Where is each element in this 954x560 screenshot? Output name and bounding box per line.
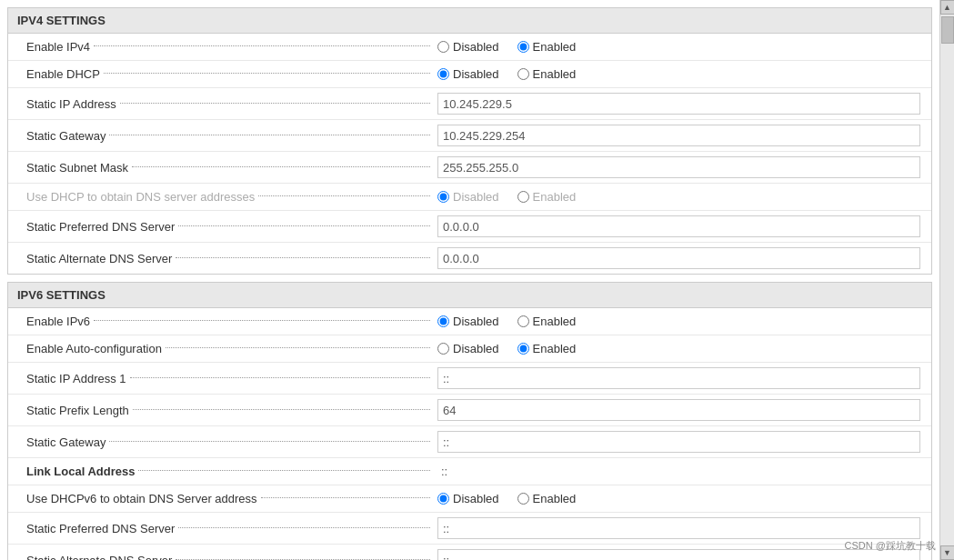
static-subnet-mask-control bbox=[434, 155, 931, 180]
enable-ipv6-label: Enable IPv6 bbox=[8, 315, 434, 328]
ipv6-static-gateway-control bbox=[434, 429, 931, 455]
ipv6-static-gateway-input[interactable] bbox=[437, 431, 920, 453]
use-dhcp-dns-disabled-radio[interactable] bbox=[437, 191, 449, 203]
ipv6-preferred-dns-row: Static Preferred DNS Server bbox=[8, 513, 931, 545]
enable-dhcp-label: Enable DHCP bbox=[8, 67, 434, 81]
use-dhcp-dns-disabled-option[interactable]: Disabled bbox=[437, 190, 499, 204]
static-alternate-dns-input[interactable] bbox=[437, 247, 920, 269]
enable-ipv4-row: Enable IPv4 Disabled Enabled bbox=[8, 34, 931, 61]
ipv6-static-ip-label: Static IP Address 1 bbox=[8, 372, 434, 385]
enable-autoconfig-disabled-option[interactable]: Disabled bbox=[437, 342, 499, 355]
ipv6-alternate-dns-input[interactable] bbox=[437, 549, 920, 560]
enable-ipv6-disabled-option[interactable]: Disabled bbox=[437, 315, 499, 328]
static-prefix-input[interactable] bbox=[437, 399, 920, 421]
enable-ipv4-enabled-option[interactable]: Enabled bbox=[517, 40, 577, 54]
static-ip-input[interactable] bbox=[437, 93, 920, 115]
scroll-up-arrow[interactable]: ▲ bbox=[940, 0, 955, 15]
enable-ipv4-label: Enable IPv4 bbox=[8, 40, 434, 54]
static-subnet-mask-label: Static Subnet Mask bbox=[8, 161, 434, 175]
enable-ipv6-radio-group: Disabled Enabled bbox=[437, 315, 594, 328]
enable-dhcp-disabled-option[interactable]: Disabled bbox=[437, 67, 499, 81]
static-prefix-control bbox=[434, 397, 931, 423]
link-local-address-label: Link Local Address bbox=[8, 465, 434, 478]
enable-dhcp-radio-group: Disabled Enabled bbox=[437, 67, 594, 81]
scroll-track[interactable] bbox=[940, 15, 954, 545]
enable-ipv4-enabled-radio[interactable] bbox=[517, 41, 529, 53]
ipv6-section: IPV6 SETTINGS Enable IPv6 Disabled bbox=[7, 282, 932, 560]
static-preferred-dns-row: Static Preferred DNS Server bbox=[8, 211, 931, 243]
static-subnet-mask-input[interactable] bbox=[437, 156, 920, 178]
enable-ipv4-disabled-option[interactable]: Disabled bbox=[437, 40, 499, 54]
use-dhcpv6-dns-control: Disabled Enabled bbox=[434, 490, 931, 507]
ipv6-static-gateway-row: Static Gateway bbox=[8, 426, 931, 458]
enable-dhcp-control: Disabled Enabled bbox=[434, 65, 931, 83]
enable-autoconfig-disabled-radio[interactable] bbox=[437, 343, 449, 355]
enable-autoconfig-radio-group: Disabled Enabled bbox=[437, 342, 594, 355]
static-gateway-control bbox=[434, 123, 931, 148]
use-dhcp-dns-control: Disabled Enabled bbox=[434, 188, 931, 205]
use-dhcpv6-dns-row: Use DHCPv6 to obtain DNS Server address … bbox=[8, 485, 931, 513]
scroll-thumb[interactable] bbox=[941, 16, 954, 44]
enable-autoconfig-enabled-radio[interactable] bbox=[517, 343, 529, 355]
enable-ipv4-control: Disabled Enabled bbox=[434, 38, 931, 55]
enable-autoconfig-control: Disabled Enabled bbox=[434, 340, 931, 357]
enable-ipv6-disabled-radio[interactable] bbox=[437, 315, 449, 327]
use-dhcp-dns-row: Use DHCP to obtain DNS server addresses … bbox=[8, 184, 931, 211]
enable-autoconfig-enabled-option[interactable]: Enabled bbox=[517, 342, 577, 355]
enable-ipv4-disabled-radio[interactable] bbox=[437, 41, 449, 53]
use-dhcpv6-dns-disabled-option[interactable]: Disabled bbox=[437, 492, 499, 505]
scroll-down-arrow[interactable]: ▼ bbox=[940, 545, 955, 560]
use-dhcp-dns-enabled-option[interactable]: Enabled bbox=[517, 190, 577, 204]
link-local-address-control: :: bbox=[434, 461, 931, 482]
ipv4-section: IPV4 SETTINGS Enable IPv4 Disabled bbox=[7, 7, 932, 275]
static-prefix-label: Static Prefix Length bbox=[8, 404, 434, 417]
static-alternate-dns-label: Static Alternate DNS Server bbox=[8, 252, 434, 265]
static-gateway-row: Static Gateway bbox=[8, 120, 931, 152]
scrollbar[interactable]: ▲ ▼ bbox=[939, 0, 954, 560]
ipv6-preferred-dns-input[interactable] bbox=[437, 517, 920, 539]
use-dhcpv6-dns-enabled-radio[interactable] bbox=[517, 493, 529, 505]
link-local-address-row: Link Local Address :: bbox=[8, 458, 931, 485]
enable-ipv6-row: Enable IPv6 Disabled Enabled bbox=[8, 308, 931, 335]
enable-ipv4-radio-group: Disabled Enabled bbox=[437, 40, 594, 54]
use-dhcpv6-dns-radio-group: Disabled Enabled bbox=[437, 492, 594, 505]
use-dhcp-dns-enabled-radio[interactable] bbox=[517, 191, 529, 203]
enable-autoconfig-label: Enable Auto-configuration bbox=[8, 342, 434, 355]
main-content[interactable]: IPV4 SETTINGS Enable IPv4 Disabled bbox=[0, 0, 939, 560]
ipv6-static-ip-input[interactable] bbox=[437, 367, 920, 389]
static-subnet-mask-row: Static Subnet Mask bbox=[8, 152, 931, 184]
ipv6-preferred-dns-label: Static Preferred DNS Server bbox=[8, 522, 434, 535]
static-preferred-dns-input[interactable] bbox=[437, 215, 920, 237]
static-ip-control bbox=[434, 91, 931, 116]
enable-ipv6-control: Disabled Enabled bbox=[434, 313, 931, 330]
link-local-address-value: :: bbox=[437, 463, 451, 480]
enable-dhcp-disabled-radio[interactable] bbox=[437, 68, 449, 80]
ipv6-static-ip-control bbox=[434, 365, 931, 391]
static-ip-label: Static IP Address bbox=[8, 97, 434, 111]
enable-dhcp-enabled-option[interactable]: Enabled bbox=[517, 67, 577, 81]
static-gateway-label: Static Gateway bbox=[8, 129, 434, 143]
static-alternate-dns-control bbox=[434, 245, 931, 271]
enable-ipv6-enabled-radio[interactable] bbox=[517, 315, 529, 327]
static-preferred-dns-control bbox=[434, 214, 931, 239]
use-dhcpv6-dns-label: Use DHCPv6 to obtain DNS Server address bbox=[8, 492, 434, 505]
static-gateway-input[interactable] bbox=[437, 125, 920, 146]
use-dhcpv6-dns-disabled-radio[interactable] bbox=[437, 493, 449, 505]
ipv6-alternate-dns-control bbox=[434, 547, 931, 560]
enable-ipv6-enabled-option[interactable]: Enabled bbox=[517, 315, 577, 328]
enable-dhcp-row: Enable DHCP Disabled Enabled bbox=[8, 61, 931, 88]
ipv6-section-header: IPV6 SETTINGS bbox=[8, 283, 931, 308]
use-dhcp-dns-label: Use DHCP to obtain DNS server addresses bbox=[8, 190, 434, 204]
ipv6-preferred-dns-control bbox=[434, 515, 931, 541]
ipv4-section-header: IPV4 SETTINGS bbox=[8, 8, 931, 34]
use-dhcp-dns-radio-group: Disabled Enabled bbox=[437, 190, 594, 204]
ipv6-alternate-dns-label: Static Alternate DNS Server bbox=[8, 554, 434, 561]
enable-dhcp-enabled-radio[interactable] bbox=[517, 68, 529, 80]
ipv6-alternate-dns-row: Static Alternate DNS Server bbox=[8, 545, 931, 560]
use-dhcpv6-dns-enabled-option[interactable]: Enabled bbox=[517, 492, 577, 505]
static-alternate-dns-row: Static Alternate DNS Server bbox=[8, 243, 931, 274]
ipv6-static-gateway-label: Static Gateway bbox=[8, 435, 434, 449]
ipv6-static-ip-row: Static IP Address 1 bbox=[8, 363, 931, 395]
static-ip-row: Static IP Address bbox=[8, 88, 931, 120]
static-prefix-row: Static Prefix Length bbox=[8, 395, 931, 426]
